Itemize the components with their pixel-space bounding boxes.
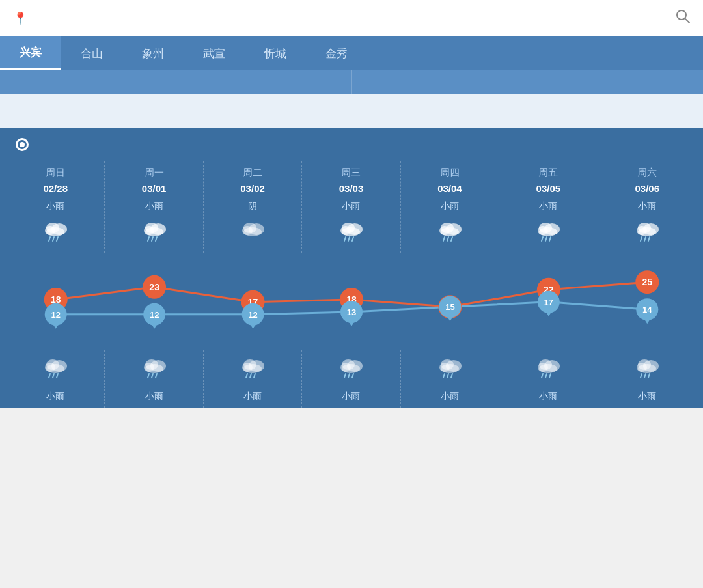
svg-text:12: 12 (150, 310, 159, 320)
location-icon: 📍 (13, 11, 27, 25)
day-date-5: 03/05 (536, 183, 561, 194)
update-bar (0, 94, 703, 128)
weather-icon-0 (39, 217, 72, 244)
day-date-6: 03/06 (635, 183, 660, 194)
svg-line-1 (685, 19, 690, 23)
location-display: 📍 (13, 11, 33, 25)
svg-line-102 (250, 374, 251, 378)
day-weather-text-4: 小雨 (441, 201, 459, 212)
svg-point-100 (243, 364, 262, 373)
tab-heshan[interactable]: 合山 (61, 36, 122, 70)
svg-line-46 (644, 237, 646, 241)
bottom-weather-icon-2 (236, 356, 269, 382)
svg-line-103 (254, 374, 255, 378)
low-bubble-3: 13 (340, 301, 363, 326)
bottom-weather-text-0: 小雨 (46, 391, 64, 402)
high-bubble-1: 23 (143, 275, 166, 299)
svg-line-40 (549, 237, 551, 241)
day-weather-text-6: 小雨 (638, 201, 656, 212)
day-name-3: 周三 (341, 167, 361, 179)
svg-text:17: 17 (544, 298, 553, 307)
svg-line-117 (451, 374, 452, 378)
day-name-5: 周五 (538, 167, 558, 179)
day-col-6: 周六 03/06 小雨 (598, 161, 696, 253)
bottom-weather-icon-0 (39, 356, 72, 382)
weather-icon-2 (236, 217, 269, 244)
low-bubble-4: 15 (439, 296, 461, 321)
forecast-dot-icon (16, 138, 29, 151)
weather-icon-4 (434, 217, 466, 244)
bottom-col-2: 小雨 (204, 350, 302, 408)
tab-xingbin[interactable]: 兴宾 (0, 36, 61, 70)
forecast-header (0, 128, 703, 161)
svg-line-96 (156, 374, 157, 378)
day-date-2: 03/02 (240, 183, 265, 194)
svg-line-7 (53, 237, 54, 241)
svg-line-24 (344, 237, 346, 241)
svg-line-110 (352, 374, 353, 378)
day-col-3: 周三 03/03 小雨 (302, 161, 400, 253)
day-name-1: 周一 (145, 167, 164, 179)
sub-tab-5 (469, 70, 586, 94)
svg-line-108 (344, 374, 346, 378)
svg-text:12: 12 (51, 310, 60, 320)
svg-line-13 (148, 237, 149, 241)
svg-text:15: 15 (445, 302, 454, 312)
svg-point-44 (638, 227, 656, 236)
bottom-weather-text-3: 小雨 (342, 391, 360, 402)
bottom-weather-text-6: 小雨 (638, 391, 656, 402)
svg-point-5 (46, 227, 64, 236)
svg-point-19 (243, 227, 262, 236)
day-col-2: 周二 03/02 阴 (204, 161, 302, 253)
bottom-weather-text-2: 小雨 (243, 391, 262, 402)
bottom-weather-text-5: 小雨 (539, 391, 557, 402)
day-weather-text-1: 小雨 (145, 201, 163, 212)
day-weather-text-0: 小雨 (46, 201, 64, 212)
chart-area: 1812231217121813151522172514 (7, 253, 696, 344)
svg-point-107 (342, 364, 360, 373)
day-col-0: 周日 02/28 小雨 (7, 161, 105, 253)
svg-point-30 (441, 227, 459, 236)
svg-point-23 (342, 227, 360, 236)
bottom-weather-icon-1 (138, 356, 171, 382)
tab-jinxiu[interactable]: 金秀 (306, 36, 367, 70)
weather-icon-1 (138, 217, 171, 244)
sub-tab-6 (586, 70, 703, 94)
svg-point-86 (46, 364, 64, 373)
weather-panel: 周日 02/28 小雨 周一 03/01 小雨 周二 03/02 阴 (0, 128, 703, 408)
tab-xincheng[interactable]: 忻城 (245, 36, 306, 70)
weather-icon-3 (335, 217, 367, 244)
svg-line-33 (451, 237, 452, 241)
svg-text:14: 14 (642, 305, 652, 315)
svg-point-37 (539, 227, 557, 236)
svg-line-31 (443, 237, 445, 241)
svg-line-6 (49, 237, 50, 241)
svg-line-47 (648, 237, 650, 241)
svg-line-95 (152, 374, 153, 378)
bottom-col-6: 小雨 (598, 350, 696, 408)
svg-line-26 (352, 237, 353, 241)
svg-text:13: 13 (347, 307, 356, 317)
svg-point-121 (539, 364, 557, 373)
bottom-col-1: 小雨 (105, 350, 203, 408)
day-date-4: 03/04 (437, 183, 462, 194)
temperature-chart: 1812231217121813151522172514 (7, 253, 696, 344)
low-bubble-2: 12 (242, 303, 264, 329)
svg-line-124 (549, 374, 551, 378)
tab-wuxuan[interactable]: 武宣 (184, 36, 245, 70)
weather-icon-6 (631, 217, 663, 244)
svg-line-123 (545, 374, 547, 378)
bottom-weather-icon-5 (532, 356, 564, 382)
low-bubble-1: 12 (143, 303, 165, 329)
low-bubble-0: 12 (45, 303, 67, 329)
svg-point-128 (638, 364, 656, 373)
svg-line-32 (447, 237, 448, 241)
bottom-col-4: 小雨 (401, 350, 499, 408)
search-button[interactable] (676, 9, 690, 27)
svg-line-109 (348, 374, 350, 378)
low-bubble-6: 14 (636, 298, 658, 324)
weather-icon-5 (532, 217, 564, 244)
svg-line-88 (53, 374, 54, 378)
tab-xiangzhou[interactable]: 象州 (122, 36, 184, 70)
days-grid-top: 周日 02/28 小雨 周一 03/01 小雨 周二 03/02 阴 (0, 161, 703, 253)
